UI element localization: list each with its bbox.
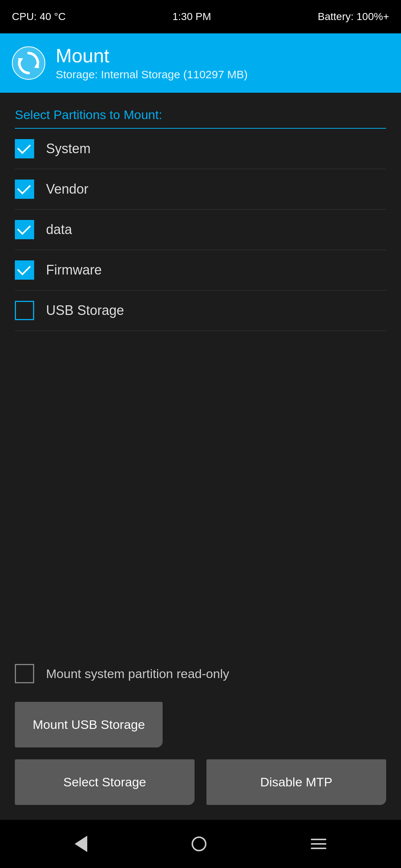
cpu-status: CPU: 40 °C bbox=[12, 11, 66, 23]
disable-mtp-button[interactable]: Disable MTP bbox=[206, 759, 386, 805]
partition-label-system: System bbox=[46, 141, 91, 157]
app-subtitle: Storage: Internal Storage (110297 MB) bbox=[56, 68, 248, 81]
back-icon bbox=[75, 836, 87, 852]
main-content: Select Partitions to Mount: System Vendo… bbox=[0, 93, 401, 820]
menu-button[interactable] bbox=[303, 831, 334, 857]
checkbox-firmware[interactable] bbox=[15, 260, 34, 280]
bottom-button-row: Select Storage Disable MTP bbox=[15, 759, 386, 805]
mount-usb-button-row: Mount USB Storage bbox=[15, 702, 386, 747]
partition-item-usb-storage[interactable]: USB Storage bbox=[15, 290, 386, 331]
checkbox-data[interactable] bbox=[15, 220, 34, 239]
partition-item-firmware[interactable]: Firmware bbox=[15, 250, 386, 290]
svg-point-0 bbox=[12, 47, 45, 79]
nav-bar bbox=[0, 820, 401, 868]
checkbox-system[interactable] bbox=[15, 139, 34, 158]
checkbox-vendor[interactable] bbox=[15, 180, 34, 199]
partition-label-data: data bbox=[46, 222, 72, 237]
home-button[interactable] bbox=[184, 829, 214, 859]
mount-usb-button[interactable]: Mount USB Storage bbox=[15, 702, 163, 747]
select-storage-button[interactable]: Select Storage bbox=[15, 759, 195, 805]
checkbox-read-only[interactable] bbox=[15, 664, 34, 683]
status-bar: CPU: 40 °C 1:30 PM Battery: 100%+ bbox=[0, 0, 401, 33]
partition-list: System Vendor data Firmware USB Storage bbox=[0, 129, 401, 331]
read-only-option[interactable]: Mount system partition read-only bbox=[15, 664, 386, 683]
menu-icon bbox=[311, 839, 326, 849]
home-icon bbox=[192, 836, 206, 851]
time-status: 1:30 PM bbox=[172, 11, 211, 23]
partition-item-data[interactable]: data bbox=[15, 210, 386, 250]
header-text: Mount Storage: Internal Storage (110297 … bbox=[56, 45, 248, 80]
app-title: Mount bbox=[56, 45, 248, 66]
app-header: Mount Storage: Internal Storage (110297 … bbox=[0, 33, 401, 93]
battery-status: Battery: 100%+ bbox=[318, 11, 389, 23]
section-title: Select Partitions to Mount: bbox=[0, 93, 401, 128]
read-only-label: Mount system partition read-only bbox=[46, 667, 229, 681]
partition-item-system[interactable]: System bbox=[15, 129, 386, 169]
checkbox-usb-storage[interactable] bbox=[15, 301, 34, 320]
partition-label-vendor: Vendor bbox=[46, 181, 88, 197]
app-logo-icon bbox=[12, 46, 45, 80]
partition-label-usb-storage: USB Storage bbox=[46, 303, 124, 318]
back-button[interactable] bbox=[67, 828, 95, 859]
bottom-options: Mount system partition read-only Mount U… bbox=[0, 649, 401, 820]
partition-item-vendor[interactable]: Vendor bbox=[15, 169, 386, 210]
partition-label-firmware: Firmware bbox=[46, 262, 102, 278]
